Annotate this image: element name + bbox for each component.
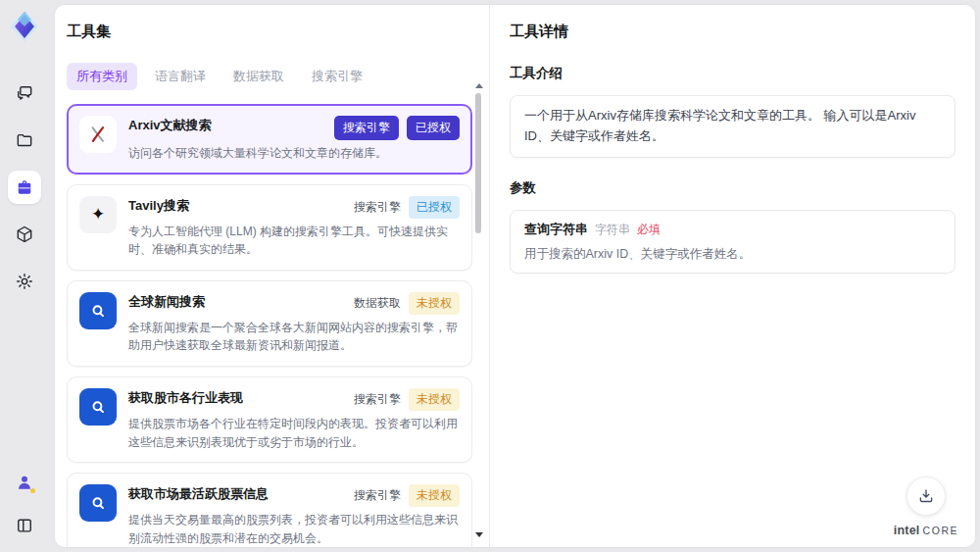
tool-auth-badge: 已授权 — [407, 116, 460, 140]
sidebar-item-settings[interactable] — [8, 265, 41, 298]
scrollbar-up-arrow-icon[interactable] — [475, 83, 483, 88]
tool-title: 获取股市各行业表现 — [128, 388, 243, 407]
download-button[interactable] — [906, 477, 946, 516]
sidebar-item-files[interactable] — [8, 124, 41, 157]
gear-icon — [15, 272, 34, 291]
arxiv-logo-icon — [79, 116, 117, 153]
sidebar-item-panel-toggle[interactable] — [8, 509, 41, 542]
tool-title: 全球新闻搜索 — [128, 292, 205, 311]
tool-auth-badge: 未授权 — [409, 388, 460, 411]
details-title: 工具详情 — [510, 23, 956, 41]
folder-icon — [15, 130, 34, 150]
chat-icon — [15, 83, 34, 103]
param-card: 查询字符串 字符串 必填 用于搜索的Arxiv ID、关键字或作者姓名。 — [510, 210, 956, 274]
tool-card-list: Arxiv文献搜索 搜索引擎 已授权 访问各个研究领域大量科学论文和文章的存储库… — [67, 104, 472, 547]
params-heading: 参数 — [510, 179, 956, 197]
toolbox-icon — [15, 177, 34, 197]
panel-toggle-icon — [15, 516, 34, 535]
core-wordmark: CORE — [922, 525, 958, 536]
tool-auth-badge: 未授权 — [409, 484, 460, 507]
main-panel: 工具集 所有类别 语言翻译 数据获取 搜索引擎 Arxiv文献搜索 — [55, 5, 975, 547]
scrollbar-thumb[interactable] — [475, 93, 481, 233]
tab-all-categories[interactable]: 所有类别 — [67, 63, 137, 90]
tool-title: Arxiv文献搜索 — [128, 116, 212, 134]
app-logo-icon — [8, 10, 41, 43]
tool-auth-badge: 已授权 — [409, 196, 460, 219]
tool-details-panel: 工具详情 工具介绍 一个用于从Arxiv存储库搜索科学论文和文章的工具。 输入可… — [490, 5, 975, 547]
search-q-icon — [79, 292, 117, 329]
tool-card-industry-performance[interactable]: 获取股市各行业表现 搜索引擎 未授权 提供股票市场各个行业在特定时间段内的表现。… — [67, 376, 472, 463]
param-type: 字符串 — [595, 222, 630, 238]
sidebar-item-tools[interactable] — [8, 171, 41, 204]
tool-description: 提供当天交易量最高的股票列表，投资者可以利用这些信息来识别流动性强的股票和潜在的… — [128, 511, 460, 547]
tool-auth-badge: 未授权 — [409, 292, 460, 315]
tool-card-global-news[interactable]: 全球新闻搜索 数据获取 未授权 全球新闻搜索是一个聚合全球各大新闻网站内容的搜索… — [67, 280, 472, 367]
tab-language-translation[interactable]: 语言翻译 — [145, 63, 216, 90]
tool-category-tag: 搜索引擎 — [354, 487, 401, 504]
app-sidebar — [0, 0, 49, 552]
tool-category-tag: 数据获取 — [354, 295, 401, 312]
search-q-icon — [79, 484, 117, 522]
list-scrollbar[interactable] — [474, 81, 482, 539]
tool-category-tag: 搜索引擎 — [354, 391, 401, 408]
sidebar-item-chat[interactable] — [8, 76, 41, 110]
intro-text: 一个用于从Arxiv存储库搜索科学论文和文章的工具。 输入可以是Arxiv ID… — [524, 106, 941, 147]
intel-wordmark: intel — [894, 524, 920, 537]
tool-description: 提供股票市场各个行业在特定时间段内的表现。投资者可以利用这些信息来识别表现优于或… — [128, 415, 460, 451]
param-required-label: 必填 — [637, 222, 661, 238]
download-tray-icon — [917, 487, 935, 505]
tool-category-tag: 搜索引擎 — [354, 199, 401, 216]
user-status-dot — [30, 488, 35, 493]
page-title: 工具集 — [67, 23, 469, 41]
tool-title: 获取市场最活跃股票信息 — [128, 484, 269, 503]
intro-heading: 工具介绍 — [510, 65, 956, 82]
sidebar-item-account[interactable] — [8, 466, 41, 499]
tool-card-active-stocks[interactable]: 获取市场最活跃股票信息 搜索引擎 未授权 提供当天交易量最高的股票列表，投资者可… — [67, 473, 472, 547]
search-q-icon — [79, 388, 117, 426]
tool-category-tag: 搜索引擎 — [334, 116, 399, 140]
intel-core-logo: intelCORE — [889, 524, 963, 537]
tool-card-tavily[interactable]: ✦ Tavily搜索 搜索引擎 已授权 专为人工智能代理 (LLM) 构建的搜索… — [67, 184, 472, 271]
param-description: 用于搜索的Arxiv ID、关键字或作者姓名。 — [524, 246, 941, 263]
tools-list-panel: 工具集 所有类别 语言翻译 数据获取 搜索引擎 Arxiv文献搜索 — [55, 5, 490, 547]
tool-card-arxiv[interactable]: Arxiv文献搜索 搜索引擎 已授权 访问各个研究领域大量科学论文和文章的存储库… — [67, 104, 472, 175]
tool-description: 全球新闻搜索是一个聚合全球各大新闻网站内容的搜索引擎，帮助用户快速获取全球最新资… — [128, 319, 460, 355]
tab-data-fetch[interactable]: 数据获取 — [223, 63, 294, 90]
tool-description: 访问各个研究领域大量科学论文和文章的存储库。 — [128, 144, 460, 163]
intro-card: 一个用于从Arxiv存储库搜索科学论文和文章的工具。 输入可以是Arxiv ID… — [510, 95, 956, 158]
category-tabs: 所有类别 语言翻译 数据获取 搜索引擎 — [67, 63, 469, 90]
tavily-star-icon: ✦ — [79, 196, 117, 233]
tab-search-engine[interactable]: 搜索引擎 — [302, 63, 372, 90]
sidebar-item-packages[interactable] — [8, 218, 41, 251]
corner-widgets: intelCORE — [889, 477, 963, 537]
param-name: 查询字符串 — [524, 221, 588, 238]
scrollbar-down-arrow-icon[interactable] — [475, 532, 483, 537]
tool-description: 专为人工智能代理 (LLM) 构建的搜索引擎工具。可快速提供实时、准确和真实的结… — [128, 223, 460, 259]
tool-title: Tavily搜索 — [128, 196, 189, 215]
package-icon — [15, 225, 34, 244]
